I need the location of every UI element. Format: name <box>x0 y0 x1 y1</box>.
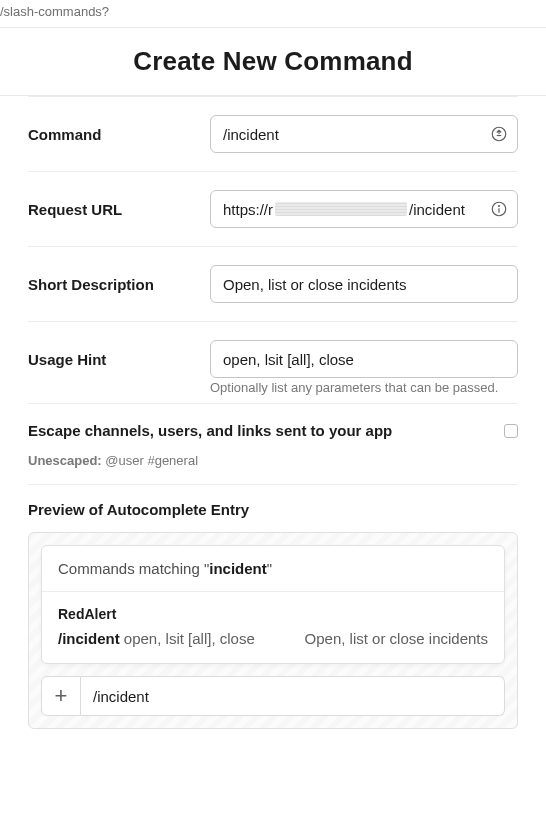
unescaped-value: @user #general <box>105 453 198 468</box>
autocomplete-popover: Commands matching "incident" RedAlert /i… <box>41 545 505 664</box>
short-desc-input[interactable] <box>210 265 518 303</box>
composer-input[interactable] <box>81 676 505 716</box>
usage-hint-helptext: Optionally list any parameters that can … <box>210 380 518 395</box>
svg-point-2 <box>499 206 500 207</box>
message-composer: + <box>41 676 505 716</box>
autocomplete-command-rest: open, lsit [all], close <box>120 630 255 647</box>
autocomplete-desc: Open, list or close incidents <box>305 630 488 647</box>
plus-icon: + <box>55 683 68 709</box>
command-input[interactable] <box>210 115 518 153</box>
autocomplete-command-bold: /incident <box>58 630 120 647</box>
escape-label: Escape channels, users, and links sent t… <box>28 422 392 439</box>
autocomplete-row[interactable]: /incident open, lsit [all], close Open, … <box>58 630 488 647</box>
matching-term: incident <box>209 560 267 577</box>
preview-heading: Preview of Autocomplete Entry <box>28 501 518 518</box>
breadcrumb: /slash-commands? <box>0 0 546 27</box>
unescaped-label: Unescaped: <box>28 453 102 468</box>
divider-top <box>0 27 546 28</box>
page-title: Create New Command <box>0 46 546 77</box>
field-row-usage-hint: Usage Hint <box>28 321 518 388</box>
unescaped-hint: Unescaped: @user #general <box>28 453 518 468</box>
autocomplete-command: /incident open, lsit [all], close <box>58 630 255 647</box>
command-label: Command <box>28 126 198 143</box>
autocomplete-header: Commands matching "incident" <box>42 546 504 592</box>
short-desc-label: Short Description <box>28 276 198 293</box>
field-row-command: Command <box>28 96 518 171</box>
escape-checkbox[interactable] <box>504 424 518 438</box>
field-row-request-url: Request URL https://r /incident <box>28 171 518 246</box>
matching-prefix: Commands matching " <box>58 560 209 577</box>
request-url-redacted <box>275 202 407 216</box>
matching-suffix: " <box>267 560 272 577</box>
info-icon[interactable] <box>490 200 508 218</box>
field-row-short-desc: Short Description <box>28 246 518 321</box>
preview-box: Commands matching "incident" RedAlert /i… <box>28 532 518 729</box>
request-url-input[interactable]: https://r /incident <box>210 190 518 228</box>
escape-row: Escape channels, users, and links sent t… <box>28 403 518 447</box>
request-url-prefix: https://r <box>223 201 273 218</box>
autocomplete-app-name: RedAlert <box>58 606 488 622</box>
request-url-label: Request URL <box>28 201 198 218</box>
request-url-suffix: /incident <box>409 201 465 218</box>
usage-hint-label: Usage Hint <box>28 351 198 368</box>
usage-hint-input[interactable] <box>210 340 518 378</box>
divider-before-preview <box>28 484 518 485</box>
command-suggest-icon[interactable] <box>490 125 508 143</box>
composer-plus-button[interactable]: + <box>41 676 81 716</box>
